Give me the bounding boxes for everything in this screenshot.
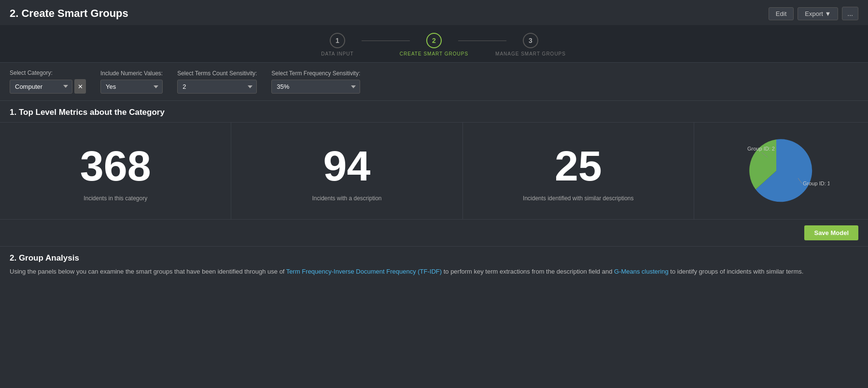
chart-label-group2: Group ID: 2 [747, 146, 775, 152]
group-analysis-text: Using the panels below you can examine t… [10, 267, 858, 277]
controls-bar: Select Category: Computer Network Softwa… [0, 62, 868, 101]
pie-svg: Group ID: 2 Group ID: 1 [733, 132, 829, 209]
category-control: Select Category: Computer Network Softwa… [10, 69, 86, 94]
metrics-row: 368 Incidents in this category 94 Incide… [0, 123, 868, 220]
category-clear-button[interactable]: ✕ [74, 79, 86, 94]
numeric-label: Include Numeric Values: [100, 70, 163, 77]
edit-button[interactable]: Edit [769, 7, 794, 20]
metrics-section-header: 1. Top Level Metrics about the Category [0, 101, 868, 123]
step-3-label: MANAGE SMART GROUPS [495, 51, 566, 56]
terms-select[interactable]: 1 2 3 4 5 [177, 80, 257, 94]
metric-value-3: 25 [555, 145, 602, 187]
category-select[interactable]: Computer Network Software Hardware [10, 80, 72, 94]
step-1[interactable]: 1 DATA INPUT [289, 33, 386, 56]
header-actions: Edit Export ▼ ... [769, 7, 858, 20]
group-analysis-text-before-link1: Using the panels below you can examine t… [10, 268, 286, 275]
step-2-circle: 2 [426, 33, 442, 48]
group-analysis-text-after-link1: to perform key term extractions from the… [442, 268, 614, 275]
numeric-select[interactable]: Yes No [100, 80, 163, 94]
terms-label: Select Terms Count Sensitivity: [177, 70, 257, 77]
metric-label-3: Incidents identified with similar descri… [523, 195, 633, 202]
page-header: 2. Create Smart Groups Edit Export ▼ ... [0, 0, 868, 25]
gmeans-link[interactable]: G-Means clustering [614, 268, 669, 275]
group-analysis-section: 2. Group Analysis Using the panels below… [0, 247, 868, 284]
metric-value-1: 368 [80, 145, 151, 187]
metric-label-1: Incidents in this category [84, 195, 147, 202]
chart-card: Group ID: 2 Group ID: 1 [694, 123, 868, 219]
step-1-circle: 1 [330, 33, 345, 48]
metric-value-2: 94 [323, 145, 371, 187]
terms-control: Select Terms Count Sensitivity: 1 2 3 4 … [177, 70, 257, 94]
export-button[interactable]: Export ▼ [798, 7, 838, 20]
category-row: Computer Network Software Hardware ✕ [10, 79, 86, 94]
step-3[interactable]: 3 MANAGE SMART GROUPS [482, 33, 579, 56]
pie-chart: Group ID: 2 Group ID: 1 [733, 132, 829, 209]
save-model-button[interactable]: Save Model [804, 225, 858, 240]
step-2[interactable]: 2 CREATE SMART GROUPS [386, 33, 482, 56]
more-button[interactable]: ... [842, 7, 858, 20]
save-bar: Save Model [0, 220, 868, 247]
page-title: 2. Create Smart Groups [10, 7, 128, 20]
tfidf-link[interactable]: Term Frequency-Inverse Document Frequenc… [286, 268, 442, 275]
category-label: Select Category: [10, 69, 86, 76]
frequency-label: Select Term Frequency Sensitivity: [271, 70, 360, 77]
stepper: 1 DATA INPUT 2 CREATE SMART GROUPS 3 MAN… [0, 25, 868, 62]
numeric-control: Include Numeric Values: Yes No [100, 70, 163, 94]
chart-label-group1: Group ID: 1 [803, 180, 829, 186]
step-2-label: CREATE SMART GROUPS [400, 51, 468, 56]
frequency-control: Select Term Frequency Sensitivity: 10% 2… [271, 70, 360, 94]
metric-card-2: 94 Incidents with a description [231, 123, 462, 219]
step-1-label: DATA INPUT [321, 51, 353, 56]
metric-label-2: Incidents with a description [312, 195, 381, 202]
step-3-circle: 3 [523, 33, 538, 48]
metric-card-1: 368 Incidents in this category [0, 123, 231, 219]
metric-card-3: 25 Incidents identified with similar des… [463, 123, 694, 219]
group-analysis-title: 2. Group Analysis [10, 253, 858, 263]
group-analysis-text-after-link2: to identify groups of incidents with sim… [669, 268, 804, 275]
frequency-select[interactable]: 10% 20% 25% 30% 35% 40% 50% [271, 80, 360, 94]
